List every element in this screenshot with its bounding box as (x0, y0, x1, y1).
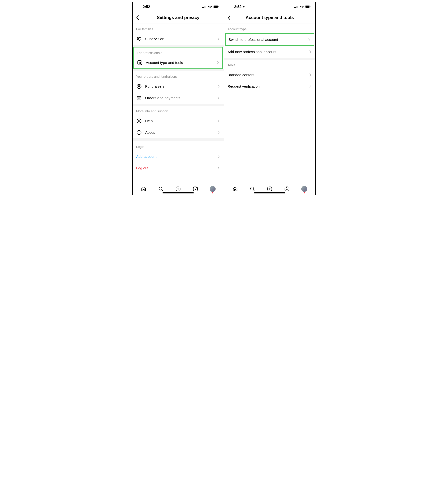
cellular-icon (202, 6, 207, 8)
chevron-right-icon (216, 61, 219, 64)
row-switch-professional[interactable]: Switch to professional account (226, 34, 314, 45)
section-header-support: More info and support (133, 106, 224, 115)
chevron-right-icon (217, 37, 220, 41)
section-header-families: For families (133, 24, 224, 33)
chevron-right-icon (217, 131, 220, 134)
help-icon (136, 118, 142, 124)
tab-profile[interactable] (301, 185, 308, 192)
settings-content: For families Supervision For professiona… (133, 24, 224, 183)
section-header-login: Login (133, 141, 224, 151)
status-time-text: 2:52 (234, 5, 241, 9)
row-supervision[interactable]: Supervision (133, 33, 224, 45)
chevron-right-icon (309, 73, 312, 76)
tab-reels[interactable] (192, 185, 199, 192)
highlighted-professionals: For professionals Account type and tools (133, 47, 223, 69)
svg-rect-2 (204, 6, 205, 8)
status-time: 2:52 (234, 5, 245, 9)
supervision-icon (136, 36, 142, 42)
highlighted-switch-pro: Switch to professional account (225, 33, 314, 46)
row-log-out[interactable]: Log out (133, 162, 224, 174)
svg-rect-23 (294, 7, 295, 8)
tab-profile[interactable] (209, 185, 216, 192)
row-label: Supervision (145, 37, 217, 41)
svg-point-18 (139, 131, 139, 132)
tab-home[interactable] (232, 185, 239, 192)
phone-account-type-tools: 2:52 Account type and tools Account type… (224, 2, 315, 195)
avatar-icon (210, 186, 216, 192)
chevron-right-icon (217, 166, 220, 170)
row-label: Account type and tools (146, 61, 216, 65)
home-indicator (162, 192, 194, 193)
svg-rect-1 (203, 7, 204, 8)
row-about[interactable]: About (133, 127, 224, 138)
tab-home[interactable] (140, 185, 147, 192)
svg-rect-6 (218, 6, 219, 7)
page-title: Account type and tools (224, 15, 315, 20)
svg-point-16 (138, 120, 140, 122)
row-add-account[interactable]: Add account (133, 151, 224, 162)
section-header-professionals: For professionals (134, 48, 222, 57)
row-request-verification[interactable]: Request verification (224, 81, 315, 92)
svg-rect-5 (214, 6, 218, 8)
back-button[interactable] (226, 15, 232, 20)
status-time-text: 2:52 (143, 5, 150, 9)
tab-create[interactable] (266, 185, 273, 192)
svg-rect-24 (295, 7, 296, 8)
row-label: About (145, 131, 217, 135)
tab-reels[interactable] (283, 185, 290, 192)
avatar-icon (301, 186, 307, 192)
chevron-right-icon (217, 155, 220, 158)
svg-rect-25 (296, 6, 297, 8)
chevron-right-icon (309, 85, 312, 88)
chevron-right-icon (217, 96, 220, 99)
svg-rect-26 (297, 6, 298, 8)
svg-point-7 (137, 37, 139, 39)
status-bar: 2:52 (224, 2, 315, 11)
tab-search[interactable] (157, 185, 164, 192)
account-type-content: Account type Switch to professional acco… (224, 24, 315, 183)
svg-rect-28 (305, 6, 310, 8)
svg-rect-3 (206, 6, 206, 8)
nav-header: Account type and tools (224, 11, 315, 24)
page-title: Settings and privacy (133, 15, 224, 20)
tab-search[interactable] (249, 185, 256, 192)
status-icons (294, 5, 311, 8)
section-header-tools: Tools (224, 60, 315, 69)
row-label: Add account (136, 155, 217, 159)
notification-dot-icon (212, 192, 213, 193)
row-fundraisers[interactable]: Fundraisers (133, 81, 224, 92)
home-indicator (254, 192, 285, 193)
row-account-type-tools[interactable]: Account type and tools (134, 57, 222, 68)
row-orders-payments[interactable]: Orders and payments (133, 92, 224, 104)
row-branded-content[interactable]: Branded content (224, 69, 315, 81)
row-label: Branded content (227, 73, 309, 77)
nav-header: Settings and privacy (133, 11, 224, 24)
row-label: Orders and payments (145, 96, 217, 100)
svg-rect-12 (140, 62, 141, 64)
svg-rect-32 (285, 187, 289, 191)
status-time: 2:52 (143, 5, 150, 9)
about-icon (136, 130, 142, 135)
back-button[interactable] (135, 15, 140, 20)
svg-rect-10 (139, 63, 139, 64)
row-label: Help (145, 119, 217, 123)
row-label: Switch to professional account (229, 38, 308, 42)
svg-rect-11 (140, 62, 140, 64)
chevron-right-icon (308, 38, 311, 41)
tab-create[interactable] (175, 185, 182, 192)
svg-rect-22 (193, 187, 198, 191)
row-add-professional[interactable]: Add new professional account (224, 46, 315, 58)
svg-rect-19 (139, 132, 139, 134)
battery-icon (213, 5, 219, 8)
svg-rect-29 (310, 6, 311, 7)
battery-icon (305, 5, 311, 8)
row-label: Request verification (227, 84, 309, 89)
row-label: Log out (136, 166, 217, 170)
fundraisers-icon (136, 83, 142, 89)
row-help[interactable]: Help (133, 115, 224, 127)
insights-icon (137, 60, 143, 66)
chevron-right-icon (217, 119, 220, 123)
wifi-icon (208, 5, 212, 8)
chevron-right-icon (309, 50, 312, 53)
svg-point-8 (140, 37, 141, 38)
